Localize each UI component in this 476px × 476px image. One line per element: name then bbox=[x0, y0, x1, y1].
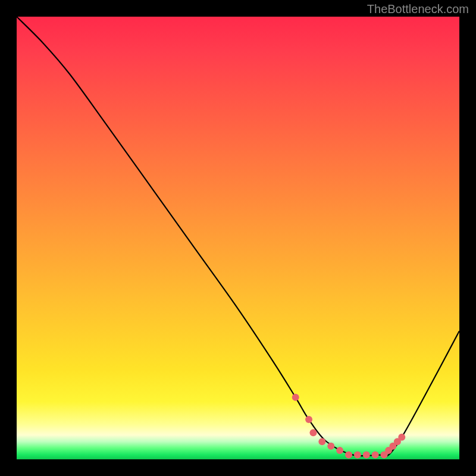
marker-point bbox=[372, 452, 379, 459]
marker-point bbox=[336, 447, 343, 454]
attribution-text: TheBottleneck.com bbox=[367, 2, 469, 16]
marker-point bbox=[354, 452, 361, 459]
marker-point bbox=[318, 438, 325, 445]
marker-point bbox=[292, 394, 299, 401]
marker-point bbox=[363, 452, 370, 459]
marker-point bbox=[398, 434, 405, 441]
marker-point bbox=[345, 452, 352, 459]
marker-point bbox=[309, 429, 317, 436]
bottleneck-markers bbox=[292, 394, 406, 459]
marker-point bbox=[327, 443, 334, 450]
marker-point bbox=[305, 416, 312, 423]
chart-svg-layer bbox=[17, 17, 459, 459]
chart-plot-area bbox=[17, 17, 459, 459]
bottleneck-curve-line bbox=[17, 17, 459, 456]
